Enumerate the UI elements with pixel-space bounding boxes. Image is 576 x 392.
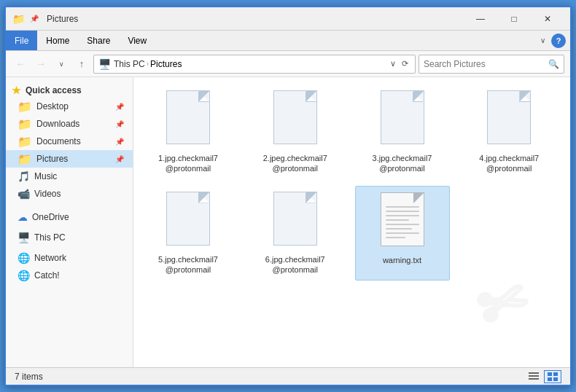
downloads-pin-icon: 📌 <box>115 120 124 128</box>
sidebar-item-network[interactable]: 🌐 Network <box>6 249 133 267</box>
file-item-5[interactable]: 5.jpg.checkmail7@protonmail <box>141 186 236 281</box>
title-bar: 📁 📌 Pictures — □ ✕ <box>6 7 570 31</box>
menu-bar: File Home Share View ∨ ? <box>6 31 570 51</box>
title-controls: — □ ✕ <box>464 7 564 31</box>
sidebar-item-documents[interactable]: 📁 Documents 📌 <box>6 133 133 150</box>
files-grid: 1.jpg.checkmail7@protonmail 2.jpeg.check… <box>141 85 563 281</box>
sidebar-item-this-pc[interactable]: 🖥️ This PC <box>6 229 133 246</box>
window-title: Pictures <box>47 14 464 24</box>
svg-rect-6 <box>553 377 558 381</box>
address-folder-icon: 🖥️ <box>98 58 111 70</box>
documents-folder-icon: 📁 <box>17 135 32 149</box>
sidebar-item-music[interactable]: 🎵 Music <box>6 168 133 185</box>
sidebar-item-music-label: Music <box>34 171 57 181</box>
address-path: This PC › Pictures <box>114 59 385 69</box>
address-bar: 🖥️ This PC › Pictures ∨ ⟳ <box>93 55 416 74</box>
svg-rect-2 <box>529 378 539 380</box>
status-bar: 7 items <box>6 367 570 385</box>
window-folder-icon: 📁 <box>12 12 25 26</box>
sidebar-item-videos[interactable]: 📹 Videos <box>6 185 133 203</box>
path-part-1[interactable]: This PC <box>114 59 145 69</box>
file-item-3[interactable]: 3.jpg.checkmail7@protonmail <box>355 85 450 180</box>
file-item-4[interactable]: 4.jpg.checkmail7@protonmail <box>462 85 556 180</box>
svg-rect-4 <box>553 372 558 376</box>
address-dropdown-button[interactable]: ∨ <box>388 59 398 68</box>
file-icon-1 <box>162 90 214 149</box>
sidebar-item-pictures-label: Pictures <box>36 154 68 164</box>
menu-item-file[interactable]: File <box>6 31 37 50</box>
sidebar-item-this-pc-label: This PC <box>34 232 66 243</box>
view-list-button[interactable] <box>525 370 542 383</box>
music-icon: 🎵 <box>17 170 30 182</box>
menu-item-home[interactable]: Home <box>37 31 78 50</box>
file-name-2: 2.jpeg.checkmail7@protonmail <box>263 153 327 174</box>
this-pc-icon: 🖥️ <box>17 232 30 243</box>
network-icon: 🌐 <box>17 252 30 264</box>
downloads-folder-icon: 📁 <box>17 117 32 131</box>
back-button[interactable]: ← <box>12 55 29 73</box>
pictures-pin-icon: 📌 <box>115 155 124 163</box>
file-item-2[interactable]: 2.jpeg.checkmail7@protonmail <box>248 85 343 180</box>
minimize-button[interactable]: — <box>464 7 497 31</box>
address-refresh-button[interactable]: ⟳ <box>400 59 410 68</box>
file-icon-2 <box>269 90 322 149</box>
view-buttons <box>525 370 561 383</box>
file-icon-5 <box>162 192 214 250</box>
file-name-6: 6.jpg.checkmail7@protonmail <box>265 254 325 275</box>
path-part-pictures[interactable]: Pictures <box>150 59 182 69</box>
sidebar-item-videos-label: Videos <box>34 189 61 199</box>
file-item-6[interactable]: 6.jpg.checkmail7@protonmail <box>248 186 343 281</box>
file-icon-6 <box>269 192 322 250</box>
forward-button[interactable]: → <box>32 55 50 73</box>
file-item-warning[interactable]: warning.txt <box>355 186 450 281</box>
sidebar-item-desktop[interactable]: 📁 Desktop 📌 <box>6 98 133 115</box>
sidebar-quick-access-header: ★ Quick access <box>6 83 133 98</box>
video-icon: 📹 <box>17 188 30 200</box>
up-button[interactable]: ↑ <box>73 55 90 73</box>
address-controls: ∨ ⟳ <box>388 59 410 68</box>
sidebar-item-network-label: Network <box>34 253 66 263</box>
sidebar-item-desktop-label: Desktop <box>36 101 69 111</box>
catch-icon: 🌐 <box>17 270 30 281</box>
view-grid-button[interactable] <box>544 370 561 383</box>
close-button[interactable]: ✕ <box>531 7 564 31</box>
sidebar-item-catch[interactable]: 🌐 Catch! <box>6 267 133 284</box>
svg-rect-0 <box>529 372 539 374</box>
status-item-count: 7 items <box>15 372 525 382</box>
desktop-pin-icon: 📌 <box>115 103 124 111</box>
file-area: ✄ 1.jpg.checkmail7@protonmail 2.jpeg.che… <box>133 77 570 367</box>
maximize-button[interactable]: □ <box>497 7 531 31</box>
file-name-5: 5.jpg.checkmail7@protonmail <box>158 254 218 275</box>
sidebar-item-pictures[interactable]: 📁 Pictures 📌 <box>6 150 133 168</box>
sidebar-item-catch-label: Catch! <box>34 270 60 281</box>
file-item-1[interactable]: 1.jpg.checkmail7@protonmail <box>141 85 236 180</box>
search-icon[interactable]: 🔍 <box>548 59 559 69</box>
window-pin-icon: 📌 <box>28 12 41 26</box>
sidebar: ★ Quick access 📁 Desktop 📌 📁 Downloads 📌… <box>6 77 133 367</box>
toolbar: ← → ∨ ↑ 🖥️ This PC › Pictures ∨ ⟳ 🔍 <box>6 51 570 77</box>
file-icon-3 <box>376 90 429 149</box>
file-explorer-window: 📁 📌 Pictures — □ ✕ File Home Share View … <box>4 6 572 386</box>
documents-pin-icon: 📌 <box>115 138 124 146</box>
nav-dropdown-button[interactable]: ∨ <box>52 55 70 73</box>
file-name-4: 4.jpg.checkmail7@protonmail <box>479 153 539 174</box>
search-input[interactable] <box>424 59 545 69</box>
sidebar-item-downloads[interactable]: 📁 Downloads 📌 <box>6 115 133 133</box>
svg-rect-5 <box>548 377 552 381</box>
quick-access-star-icon: ★ <box>12 85 21 96</box>
menu-item-view[interactable]: View <box>119 31 155 50</box>
sidebar-item-onedrive[interactable]: ☁ OneDrive <box>6 208 133 226</box>
title-bar-icons: 📁 📌 <box>12 12 41 26</box>
path-sep-1: › <box>147 60 149 68</box>
menu-chevron-icon[interactable]: ∨ <box>537 35 548 46</box>
desktop-folder-icon: 📁 <box>17 100 32 114</box>
svg-rect-1 <box>529 375 539 377</box>
onedrive-icon: ☁ <box>17 211 28 223</box>
sidebar-item-documents-label: Documents <box>36 136 81 146</box>
pictures-folder-icon: 📁 <box>17 152 32 166</box>
file-name-1: 1.jpg.checkmail7@protonmail <box>158 153 218 174</box>
help-button[interactable]: ? <box>551 34 566 48</box>
quick-access-label: Quick access <box>26 85 82 95</box>
sidebar-item-downloads-label: Downloads <box>36 119 79 129</box>
menu-item-share[interactable]: Share <box>78 31 119 50</box>
